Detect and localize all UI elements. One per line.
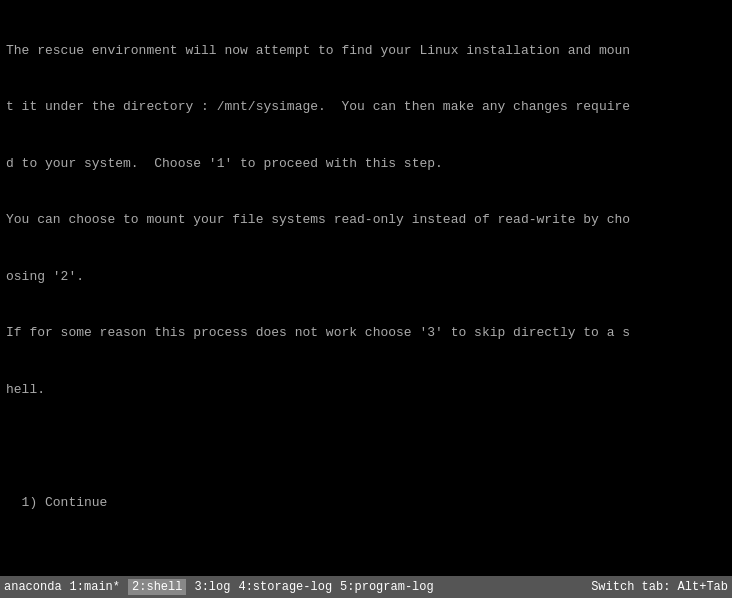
terminal-main-text: The rescue environment will now attempt … [6, 4, 726, 598]
bottom-bar: anaconda 1:main* 2:shell 3:log 4:storage… [0, 576, 732, 598]
tab-1-main[interactable]: 1:main* [70, 580, 120, 594]
terminal-line [6, 550, 726, 569]
tab-4-storage-log[interactable]: 4:storage-log [238, 580, 332, 594]
terminal-line: d to your system. Choose '1' to proceed … [6, 155, 726, 174]
terminal-line: t it under the directory : /mnt/sysimage… [6, 98, 726, 117]
switch-tab-hint: Switch tab: Alt+Tab [591, 580, 728, 594]
terminal-line: hell. [6, 381, 726, 400]
tab-5-program-log[interactable]: 5:program-log [340, 580, 434, 594]
terminal-line: The rescue environment will now attempt … [6, 42, 726, 61]
tab-anaconda-main[interactable]: anaconda [4, 580, 62, 594]
terminal-line: 1) Continue [6, 494, 726, 513]
terminal[interactable]: The rescue environment will now attempt … [0, 0, 732, 598]
tab-2-shell[interactable]: 2:shell [128, 579, 186, 595]
terminal-line: You can choose to mount your file system… [6, 211, 726, 230]
terminal-line [6, 437, 726, 456]
tab-3-log[interactable]: 3:log [194, 580, 230, 594]
terminal-line: osing '2'. [6, 268, 726, 287]
terminal-line: If for some reason this process does not… [6, 324, 726, 343]
